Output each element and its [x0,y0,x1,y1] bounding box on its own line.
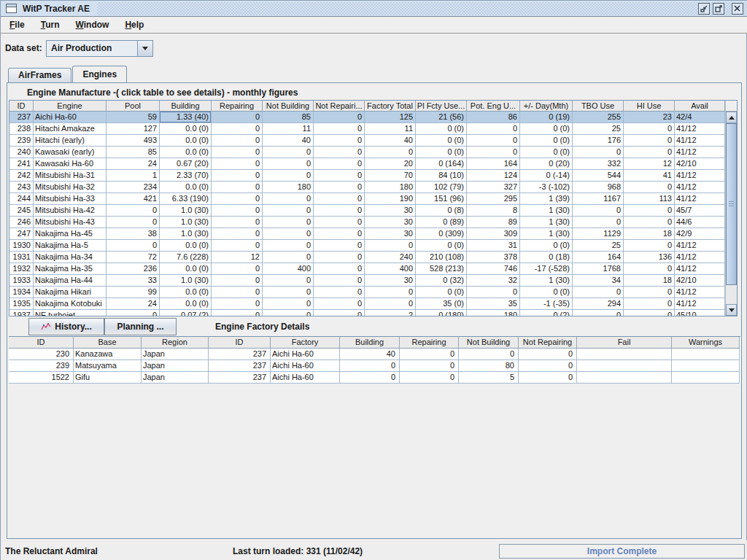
cell: 30 [365,275,416,287]
column-header[interactable]: Building [160,101,212,112]
table-row[interactable]: 247Nakajima Ha-45381.0 (30)000300 (309)3… [9,228,725,240]
column-header[interactable]: Region [142,337,209,349]
engine-table: IDEnginePoolBuildingRepairingNot Buildin… [9,101,725,316]
table-row[interactable]: 1932Nakajima Ha-352360.0 (0)04000400528 … [9,263,725,275]
scrollbar-track[interactable] [726,285,737,304]
column-header[interactable]: Fail [577,337,672,349]
cell: 0 [263,147,314,158]
cell: 246 [9,217,34,228]
cell: Aichi Ha-60 [271,360,340,372]
table-row[interactable]: 1522GifuJapan237Aichi Ha-600050 [9,372,740,384]
cell: 295 [467,193,520,205]
tab-bar: AirFrames Engines [8,66,127,82]
column-header[interactable]: Pot. Eng U... [467,101,520,112]
close-button[interactable] [732,3,743,15]
scrollbar-thumb[interactable] [726,123,737,285]
table-row[interactable]: 240Kawasaki (early)850.0 (0)00000 (0)00 … [9,147,725,158]
table-row[interactable]: 244Mitsubishi Ha-334216.33 (190)00019015… [9,193,725,205]
column-header[interactable]: ID [9,101,34,112]
column-header[interactable]: ID [9,337,74,349]
column-header[interactable]: Not Repairi... [314,101,365,112]
menu-help[interactable]: Help [119,18,150,32]
table-row[interactable]: 1930Nakajima Ha-500.0 (0)00000 (0)310 (0… [9,240,725,252]
column-header[interactable]: Pool [107,101,160,112]
column-header[interactable]: Pl Fcty Use... [416,101,467,112]
chart-icon [41,322,52,331]
table-row[interactable]: 241Kawasaki Ha-60240.67 (20)000200 (164)… [9,158,725,170]
column-header[interactable]: Not Repairing [519,337,577,349]
cell: Japan [142,349,209,360]
scroll-down-button[interactable] [726,304,737,316]
combo-dropdown-button[interactable] [137,41,152,56]
table-row[interactable]: 1933Nakajima Ha-44331.0 (30)000300 (32)3… [9,275,725,287]
cell: 0 [624,310,675,316]
column-header[interactable]: Not Building [459,337,519,349]
scroll-up-button[interactable] [726,112,737,123]
cell: 0 [263,158,314,170]
table-row[interactable]: 1934Nakajima Hikari990.0 (0)00000 (0)00 … [9,287,725,298]
table-row[interactable]: 242Mitsubishi Ha-3112.33 (70)0007084 (10… [9,170,725,182]
table-row[interactable]: 239MatsuyamaJapan237Aichi Ha-6000800 [9,360,740,372]
cell: 42/9 [675,228,725,240]
column-header[interactable]: Factory [271,337,340,349]
column-header[interactable]: Not Building [263,101,314,112]
cell: 0 [212,287,263,298]
cell: Hitachi (early) [34,135,107,147]
planning-button-label: Planning ... [117,322,163,332]
table-row[interactable]: 243Mitsubishi Ha-322340.0 (0)01800180102… [9,182,725,193]
minimize-button[interactable] [698,3,710,15]
cell: 1 (30) [520,275,573,287]
column-header[interactable]: +/- Day(Mth) [520,101,573,112]
cell: 0 [314,287,365,298]
table-row[interactable]: 238Hitachi Amakaze1270.0 (0)0110110 (0)0… [9,123,725,135]
cell: 41/12 [675,135,725,147]
cell: 237 [209,372,271,384]
menu-turn[interactable]: Turn [35,18,66,32]
planning-button[interactable]: Planning ... [104,318,177,335]
maximize-button[interactable] [713,3,724,15]
table-row[interactable]: 1937NE turbojet00.07 (2)00020 (180)1800 … [9,310,725,316]
maximize-icon [714,4,723,13]
menu-window[interactable]: Window [69,18,115,32]
table-row[interactable]: 230KanazawaJapan237Aichi Ha-6040000 [9,349,740,360]
tab-engines[interactable]: Engines [72,66,127,82]
menu-file[interactable]: File [4,18,31,32]
cell: 33 [107,275,160,287]
cell: Japan [142,372,209,384]
column-header[interactable]: HI Use [624,101,675,112]
column-header[interactable]: ID [209,337,271,349]
column-header[interactable]: Repairing [400,337,459,349]
cell: 0 (8) [416,205,467,217]
cell: 1933 [9,275,34,287]
arrow-down-icon [729,308,735,312]
cell: 0 (0) [520,287,573,298]
table-row[interactable]: 246Mitsubishi Ha-4301.0 (30)000300 (89)8… [9,217,725,228]
column-header[interactable]: Engine [34,101,107,112]
cell: Mitsubishi Ha-33 [34,193,107,205]
column-header[interactable]: Warnings [672,337,740,349]
table-row[interactable]: 239Hitachi (early)4930.0 (0)0400400 (0)0… [9,135,725,147]
column-header[interactable]: TBO Use [573,101,624,112]
table-row[interactable]: 1935Nakajima Kotobuki240.0 (0)000035 (0)… [9,298,725,310]
vertical-scrollbar[interactable] [725,101,737,316]
cell: 294 [573,298,624,310]
cell: Matsuyama [74,360,142,372]
column-header[interactable]: Building [340,337,400,349]
history-button[interactable]: History... [28,318,104,335]
column-header[interactable]: Repairing [212,101,263,112]
column-header[interactable]: Base [74,337,142,349]
cell: Gifu [74,372,142,384]
column-header[interactable]: Avail [675,101,725,112]
cell: 0 [212,263,263,275]
cell: 0 (2) [520,310,573,316]
cell: 1935 [9,298,34,310]
table-row[interactable]: 237Aichi Ha-60591.33 (40)085012521 (56)8… [9,112,725,123]
cell: 0 [340,360,400,372]
table-row[interactable]: 245Mitsubishi Ha-4201.0 (30)000300 (8)81… [9,205,725,217]
dataset-combobox[interactable]: Air Production [46,40,153,57]
column-header[interactable]: Factory Total [365,101,416,112]
tab-airframes[interactable]: AirFrames [8,68,71,82]
cell: 30 [365,205,416,217]
table-row[interactable]: 1931Nakajima Ha-34727.6 (228)1200240210 … [9,252,725,263]
window-title: WitP Tracker AE [23,4,94,14]
